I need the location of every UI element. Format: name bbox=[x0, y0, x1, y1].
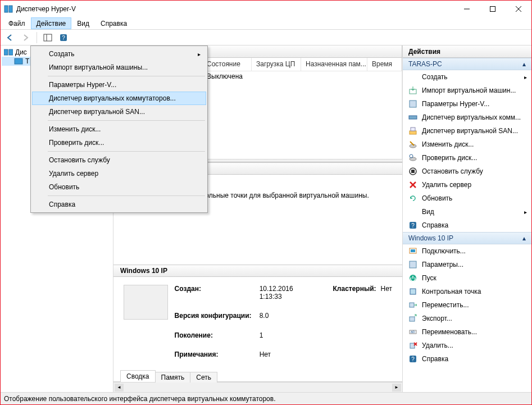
col-mem[interactable]: Назначенная пам... bbox=[301, 58, 367, 71]
action-refresh[interactable]: Обновить bbox=[403, 192, 531, 205]
svg-rect-33 bbox=[410, 303, 414, 307]
status-text: Отображение пользовательского интерфейса… bbox=[4, 395, 276, 403]
move-icon bbox=[408, 301, 417, 310]
menu-vswitch-mgr[interactable]: Диспетчер виртуальных коммутаторов... bbox=[32, 92, 206, 105]
tab-summary[interactable]: Сводка bbox=[120, 370, 156, 382]
rename-icon: ab bbox=[408, 327, 417, 336]
actions-group-vm[interactable]: Windows 10 IP ▴ bbox=[403, 232, 531, 244]
action-export[interactable]: Экспорт... bbox=[403, 312, 531, 325]
menu-edit-disk[interactable]: Изменить диск... bbox=[32, 122, 206, 136]
action-rename[interactable]: abПереименовать... bbox=[403, 325, 531, 339]
title-bar: Диспетчер Hyper-V bbox=[1, 1, 531, 17]
menu-file[interactable]: Файл bbox=[3, 17, 31, 29]
svg-rect-29 bbox=[410, 261, 416, 268]
tab-network[interactable]: Сеть bbox=[190, 372, 217, 383]
menu-separator bbox=[48, 76, 205, 76]
svg-text:?: ? bbox=[411, 222, 415, 229]
chevron-right-icon: ▸ bbox=[198, 51, 201, 57]
action-view[interactable]: Вид▸ bbox=[403, 205, 531, 219]
server-icon bbox=[14, 57, 23, 65]
action-vm-help[interactable]: ?Справка bbox=[403, 352, 531, 366]
actions-header: Действия bbox=[403, 45, 531, 58]
close-button[interactable] bbox=[506, 1, 531, 17]
menu-help[interactable]: Справка bbox=[95, 17, 133, 29]
action-stop-service[interactable]: Остановить службу bbox=[403, 165, 531, 178]
action-edit-disk[interactable]: Изменить диск... bbox=[403, 138, 531, 151]
menu-refresh[interactable]: Обновить bbox=[32, 180, 206, 194]
settings-icon bbox=[408, 260, 417, 269]
svg-rect-32 bbox=[410, 289, 416, 294]
prop-gen-value: 1 bbox=[260, 331, 315, 347]
prop-cfgver-label: Версия конфигурации: bbox=[175, 312, 252, 327]
action-hyperv-params[interactable]: Параметры Hyper-V... bbox=[403, 97, 531, 111]
menu-remove-server[interactable]: Удалить сервер bbox=[32, 167, 206, 180]
action-import-vm[interactable]: Импорт виртуальной машин... bbox=[403, 84, 531, 97]
vm-properties-2: Кластерный:Нет bbox=[333, 285, 392, 366]
action-settings[interactable]: Параметры... bbox=[403, 258, 531, 271]
edit-disk-icon bbox=[408, 140, 417, 149]
menu-create[interactable]: Создать▸ bbox=[32, 47, 206, 61]
svg-text:?: ? bbox=[62, 35, 65, 41]
prop-created-value: 10.12.2016 1:13:33 bbox=[260, 285, 315, 308]
start-icon bbox=[408, 274, 417, 283]
svg-text:ab: ab bbox=[411, 330, 415, 334]
back-button[interactable] bbox=[4, 31, 16, 44]
menu-inspect-disk[interactable]: Проверить диск... bbox=[32, 136, 206, 149]
action-inspect-disk[interactable]: Проверить диск... bbox=[403, 151, 531, 165]
stop-icon bbox=[408, 167, 417, 176]
action-checkpoint[interactable]: Контрольная точка bbox=[403, 285, 531, 298]
details-pane: Windows 10 IP Создан:10.12.2016 1:13:33 … bbox=[113, 265, 402, 392]
menu-import-vm[interactable]: Импорт виртуальной машины... bbox=[32, 61, 206, 74]
svg-rect-12 bbox=[15, 58, 22, 64]
col-uptime[interactable]: Время bbox=[367, 58, 402, 71]
scroll-right-icon[interactable]: ► bbox=[392, 384, 401, 392]
actions-group-vm-label: Windows 10 IP bbox=[408, 234, 453, 242]
actions-group-server[interactable]: TARAS-PC ▴ bbox=[403, 58, 531, 70]
action-vsan[interactable]: Диспетчер виртуальной SAN... bbox=[403, 124, 531, 138]
col-cpu[interactable]: Загрузка ЦП bbox=[252, 58, 301, 71]
cell-state: Выключена bbox=[202, 71, 252, 83]
tree-node-label: T bbox=[25, 57, 29, 65]
actions-pane: Действия TARAS-PC ▴ Создать▸ Импорт вирт… bbox=[402, 45, 531, 392]
action-create[interactable]: Создать▸ bbox=[403, 70, 531, 84]
details-tabs: Сводка Память Сеть bbox=[113, 368, 402, 382]
app-icon bbox=[4, 4, 13, 13]
help-icon: ? bbox=[408, 354, 417, 363]
action-delete[interactable]: Удалить... bbox=[403, 339, 531, 352]
tree-root-label: Дис bbox=[15, 48, 27, 56]
prop-created-label: Создан: bbox=[175, 285, 252, 308]
details-header: Windows 10 IP bbox=[113, 265, 402, 277]
svg-rect-16 bbox=[410, 131, 416, 134]
horizontal-scrollbar[interactable]: ◄ ► bbox=[113, 382, 402, 392]
server-group-icon bbox=[4, 48, 13, 56]
delete-icon bbox=[408, 341, 417, 350]
action-remove-server[interactable]: Удалить сервер bbox=[403, 178, 531, 192]
menu-bar: Файл Действие Вид Справка bbox=[1, 17, 531, 30]
inspect-disk-icon bbox=[408, 153, 417, 162]
svg-rect-34 bbox=[410, 317, 415, 321]
show-hide-pane-button[interactable] bbox=[42, 31, 54, 44]
scroll-left-icon[interactable]: ◄ bbox=[115, 384, 124, 392]
menu-hyperv-params[interactable]: Параметры Hyper-V... bbox=[32, 78, 206, 92]
menu-vsan-mgr[interactable]: Диспетчер виртуальной SAN... bbox=[32, 105, 206, 119]
forward-button[interactable] bbox=[20, 31, 32, 44]
svg-rect-11 bbox=[9, 49, 13, 55]
col-state[interactable]: Состояние bbox=[202, 58, 252, 71]
menu-view[interactable]: Вид bbox=[71, 17, 95, 29]
menu-stop-service[interactable]: Остановить службу bbox=[32, 153, 206, 167]
minimize-button[interactable] bbox=[454, 1, 480, 17]
action-connect[interactable]: Подключить... bbox=[403, 244, 531, 258]
maximize-button[interactable] bbox=[480, 1, 506, 17]
tab-memory[interactable]: Память bbox=[155, 372, 191, 383]
menu-action[interactable]: Действие bbox=[31, 17, 72, 29]
collapse-icon: ▴ bbox=[522, 60, 526, 68]
action-move[interactable]: Переместить... bbox=[403, 298, 531, 312]
svg-rect-17 bbox=[411, 128, 415, 131]
help-button[interactable]: ? bbox=[57, 31, 70, 44]
actions-group-server-label: TARAS-PC bbox=[408, 60, 442, 68]
prop-clustered-label: Кластерный: bbox=[333, 285, 376, 366]
action-vswitch[interactable]: Диспетчер виртуальных комм... bbox=[403, 111, 531, 124]
action-help[interactable]: ?Справка bbox=[403, 219, 531, 232]
action-start[interactable]: Пуск bbox=[403, 271, 531, 285]
menu-dropdown-help[interactable]: Справка bbox=[32, 198, 206, 211]
